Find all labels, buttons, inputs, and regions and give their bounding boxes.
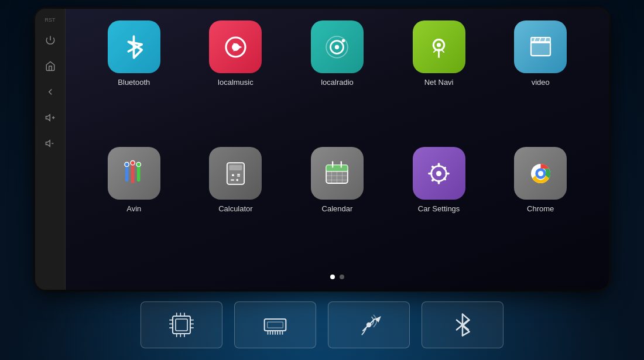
calculator-label: Calculator — [218, 204, 253, 213]
svg-point-57 — [538, 170, 543, 176]
svg-rect-49 — [446, 172, 450, 174]
app-calculator[interactable]: Calculator — [185, 147, 287, 268]
app-video[interactable]: video — [489, 20, 591, 141]
dot-1 — [330, 275, 335, 279]
svg-rect-47 — [438, 180, 440, 184]
home-button[interactable] — [40, 56, 61, 77]
svg-rect-19 — [131, 164, 135, 183]
app-avin[interactable]: Avin — [83, 147, 185, 268]
app-bluetooth[interactable]: Bluetooth — [83, 20, 185, 141]
svg-rect-73 — [268, 322, 283, 328]
svg-rect-20 — [125, 165, 129, 181]
video-label: video — [532, 78, 550, 87]
rst-label: RST — [45, 17, 56, 23]
app-chrome[interactable]: Chrome — [489, 147, 591, 268]
localradio-label: localradio — [321, 78, 354, 87]
carsettings-icon-bg — [413, 147, 465, 200]
svg-marker-3 — [46, 140, 50, 147]
app-carsettings[interactable]: Car Settings — [388, 147, 490, 268]
screen-inner: Bluetooth localmusic — [66, 9, 609, 290]
svg-rect-14 — [531, 42, 550, 56]
localradio-icon-bg — [311, 20, 364, 73]
app-localradio[interactable]: localradio — [286, 20, 388, 141]
svg-point-9 — [335, 44, 339, 49]
power-button[interactable] — [40, 30, 61, 51]
calendar-label: Calendar — [322, 204, 353, 213]
feature-bluetooth[interactable] — [422, 301, 503, 348]
svg-rect-59 — [176, 319, 187, 331]
svg-point-22 — [131, 160, 135, 164]
back-button[interactable] — [40, 81, 61, 102]
side-controls: RST — [35, 9, 66, 290]
svg-point-45 — [436, 170, 441, 176]
app-calendar[interactable]: Calendar — [286, 147, 388, 268]
netnavi-label: Net Navi — [424, 78, 454, 87]
avin-icon-bg — [108, 147, 160, 200]
svg-point-23 — [125, 162, 129, 166]
svg-rect-21 — [137, 165, 141, 181]
dot-2 — [340, 275, 344, 279]
svg-rect-48 — [428, 172, 432, 174]
stereo-unit: RST — [35, 9, 609, 290]
bottom-features — [35, 301, 609, 348]
app-netnavi[interactable]: Net Navi — [388, 20, 490, 141]
feature-cpu[interactable] — [141, 301, 222, 348]
chrome-icon-bg — [514, 147, 567, 200]
svg-point-24 — [136, 162, 141, 166]
calculator-icon-bg — [209, 147, 262, 200]
calendar-icon-bg — [311, 147, 364, 200]
feature-gps[interactable] — [328, 301, 410, 348]
chrome-label: Chrome — [527, 204, 554, 213]
app-grid: Bluetooth localmusic — [83, 20, 591, 268]
localmusic-label: localmusic — [218, 78, 254, 87]
svg-marker-0 — [46, 115, 50, 121]
svg-point-13 — [437, 43, 441, 47]
volume-down-button[interactable] — [40, 133, 61, 154]
video-icon-bg — [514, 20, 567, 73]
netnavi-icon-bg — [413, 20, 465, 73]
svg-rect-35 — [327, 164, 348, 171]
feature-memory[interactable] — [234, 301, 316, 348]
localmusic-icon-bg — [209, 20, 262, 73]
screen: Bluetooth localmusic — [66, 9, 609, 290]
page-dots — [83, 268, 591, 284]
app-localmusic[interactable]: localmusic — [185, 20, 287, 141]
bluetooth-icon-bg — [108, 20, 160, 73]
svg-point-11 — [342, 39, 345, 42]
carsettings-label: Car Settings — [418, 204, 460, 213]
volume-up-button[interactable] — [40, 107, 61, 128]
svg-rect-26 — [229, 164, 242, 170]
svg-rect-46 — [438, 163, 440, 167]
avin-label: Avin — [126, 204, 141, 213]
bluetooth-label: Bluetooth — [118, 78, 150, 87]
